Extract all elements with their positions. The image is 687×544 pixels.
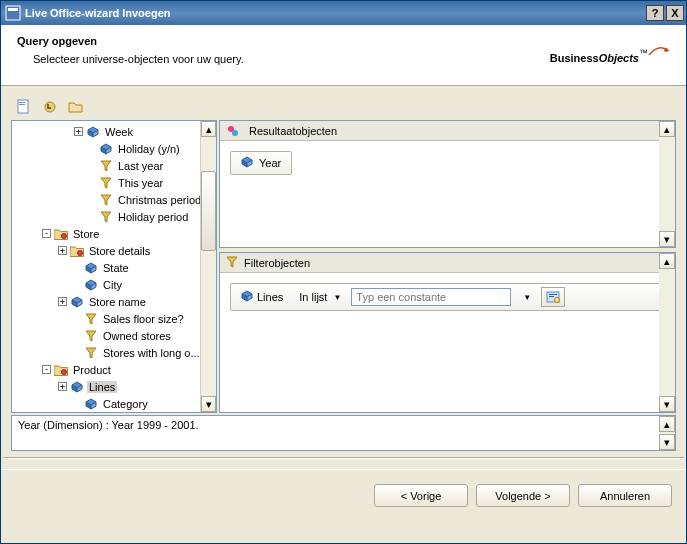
toolbar-new-icon[interactable] bbox=[15, 98, 33, 116]
filter-value-dropdown[interactable]: ▼ bbox=[515, 291, 537, 304]
filter-operator-dropdown[interactable]: In lijst ▼ bbox=[293, 289, 347, 305]
class-icon bbox=[54, 363, 68, 377]
filter-objects-panel: Filterobjecten Lines In lijst ▼ ▼ bbox=[219, 252, 676, 413]
tree-node[interactable]: +Lines bbox=[12, 378, 216, 395]
next-button[interactable]: Volgende > bbox=[476, 484, 570, 507]
svg-point-7 bbox=[62, 233, 67, 238]
filter-icon bbox=[99, 159, 113, 173]
close-button[interactable]: X bbox=[666, 5, 684, 21]
result-objects-panel: Resultaatobjecten Year ▴ ▾ bbox=[219, 120, 676, 248]
tree-node[interactable]: Stores with long o... bbox=[12, 344, 216, 361]
page-title: Query opgeven bbox=[17, 35, 510, 47]
toolbar-undo-icon[interactable] bbox=[41, 98, 59, 116]
scroll-down-icon[interactable]: ▾ bbox=[201, 396, 216, 412]
tree-node[interactable]: Owned stores bbox=[12, 327, 216, 344]
dimension-icon bbox=[84, 261, 98, 275]
filter-icon bbox=[99, 210, 113, 224]
tree-expander[interactable]: + bbox=[58, 382, 67, 391]
dimension-icon bbox=[84, 278, 98, 292]
status-bar: Year (Dimension) : Year 1999 - 2001. ▴ ▾ bbox=[11, 415, 676, 451]
chevron-down-icon: ▼ bbox=[523, 293, 531, 302]
tree-node[interactable]: City bbox=[12, 276, 216, 293]
tree-node[interactable]: Christmas period bbox=[12, 191, 216, 208]
tree-label: Sales floor size? bbox=[101, 313, 186, 325]
tree-label: Week bbox=[103, 126, 135, 138]
filter-panel-title: Filterobjecten bbox=[244, 257, 310, 269]
filter-icon bbox=[84, 329, 98, 343]
filter-icon bbox=[99, 176, 113, 190]
wizard-footer: < Vorige Volgende > Annuleren bbox=[1, 469, 686, 507]
tree-expander[interactable]: + bbox=[58, 297, 67, 306]
filter-icon bbox=[99, 193, 113, 207]
svg-rect-14 bbox=[549, 296, 554, 297]
tree-node[interactable]: Sales floor size? bbox=[12, 310, 216, 327]
tree-label: Product bbox=[71, 364, 113, 376]
tree-scrollbar[interactable]: ▴ ▾ bbox=[200, 121, 216, 412]
scroll-thumb[interactable] bbox=[201, 171, 216, 251]
svg-rect-5 bbox=[19, 104, 25, 105]
tree-label: Store details bbox=[87, 245, 152, 257]
app-icon bbox=[5, 5, 21, 21]
svg-rect-1 bbox=[8, 8, 18, 11]
scroll-up-icon[interactable]: ▴ bbox=[201, 121, 216, 137]
tree-node[interactable]: Category bbox=[12, 395, 216, 412]
tree-node[interactable]: +Store name bbox=[12, 293, 216, 310]
result-panel-title: Resultaatobjecten bbox=[249, 125, 337, 137]
tree-label: Christmas period bbox=[116, 194, 203, 206]
universe-tree-panel: +WeekHoliday (y/n)Last yearThis yearChri… bbox=[11, 120, 217, 413]
tree-expander[interactable]: - bbox=[42, 229, 51, 238]
tree-label: Stores with long o... bbox=[101, 347, 202, 359]
titlebar: Live Office-wizard Invoegen ? X bbox=[1, 1, 686, 25]
logo-swoosh-icon bbox=[648, 41, 670, 63]
status-scrollbar[interactable]: ▴ ▾ bbox=[659, 416, 675, 450]
class-icon bbox=[70, 244, 84, 258]
tree-expander[interactable]: + bbox=[74, 127, 83, 136]
tree-node[interactable]: +Week bbox=[12, 123, 216, 140]
tree-node[interactable]: This year bbox=[12, 174, 216, 191]
filter-icon bbox=[84, 346, 98, 360]
svg-point-11 bbox=[232, 130, 238, 136]
cancel-button[interactable]: Annuleren bbox=[578, 484, 672, 507]
tree-node[interactable]: Last year bbox=[12, 157, 216, 174]
tree-node[interactable]: -Store bbox=[12, 225, 216, 242]
tree-label: Store name bbox=[87, 296, 148, 308]
tree-node[interactable]: -Product bbox=[12, 361, 216, 378]
svg-rect-3 bbox=[18, 100, 28, 113]
toolbar-folder-icon[interactable] bbox=[67, 98, 85, 116]
tree-expander[interactable]: - bbox=[42, 365, 51, 374]
dimension-icon bbox=[241, 156, 253, 170]
tree-node[interactable]: Holiday (y/n) bbox=[12, 140, 216, 157]
chevron-down-icon: ▼ bbox=[333, 293, 341, 302]
filter-scrollbar[interactable]: ▴ ▾ bbox=[659, 253, 675, 412]
result-scrollbar[interactable]: ▴ ▾ bbox=[659, 121, 675, 247]
back-button[interactable]: < Vorige bbox=[374, 484, 468, 507]
filter-condition-row: Lines In lijst ▼ ▼ bbox=[230, 283, 665, 311]
page-subtitle: Selecteer universe-objecten voor uw quer… bbox=[17, 53, 510, 65]
brand-logo: BusinessObjects™ bbox=[510, 35, 670, 71]
help-button[interactable]: ? bbox=[646, 5, 664, 21]
tree-node[interactable]: Holiday period bbox=[12, 208, 216, 225]
dimension-icon bbox=[99, 142, 113, 156]
filter-icon bbox=[84, 312, 98, 326]
tree-label: Last year bbox=[116, 160, 165, 172]
tree-label: Category bbox=[101, 398, 150, 410]
tree-node[interactable]: +Store details bbox=[12, 242, 216, 259]
filter-field-name: Lines bbox=[257, 291, 283, 303]
toolbar bbox=[11, 96, 676, 120]
tree-label: Owned stores bbox=[101, 330, 173, 342]
dimension-icon bbox=[241, 290, 253, 304]
filter-value-input[interactable] bbox=[351, 288, 511, 306]
result-object-year[interactable]: Year bbox=[230, 151, 292, 175]
dimension-icon bbox=[70, 380, 84, 394]
dimension-icon bbox=[86, 125, 100, 139]
filter-prompt-button[interactable] bbox=[541, 287, 565, 307]
tree-label: State bbox=[101, 262, 131, 274]
window-title: Live Office-wizard Invoegen bbox=[25, 7, 644, 19]
tree-expander[interactable]: + bbox=[58, 246, 67, 255]
tree-label: Store bbox=[71, 228, 101, 240]
tree-label: This year bbox=[116, 177, 165, 189]
tree-label: Holiday period bbox=[116, 211, 190, 223]
svg-rect-4 bbox=[19, 102, 25, 103]
tree-node[interactable]: State bbox=[12, 259, 216, 276]
filter-icon bbox=[226, 256, 238, 270]
